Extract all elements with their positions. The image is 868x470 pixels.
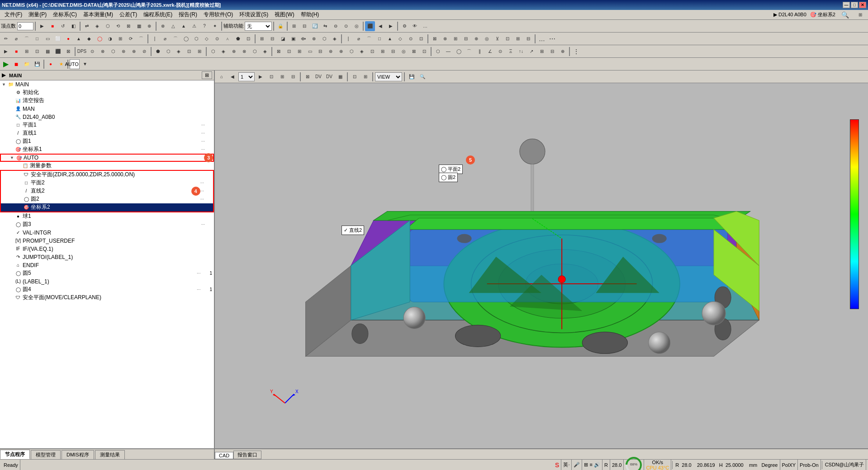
tree-item[interactable]: ◯圆1··· <box>0 137 214 146</box>
tb2-btn11[interactable]: ◑ <box>105 34 115 44</box>
vp-view-select[interactable]: VIEW <box>375 72 402 81</box>
tb3-btn44[interactable]: ⌒ <box>464 47 474 56</box>
tb3-btn7[interactable]: ⊠ <box>63 47 73 56</box>
tb2-btn31[interactable]: ⬡ <box>319 34 329 44</box>
tb3-btn39[interactable]: ⊠ <box>409 47 419 56</box>
tree-item[interactable]: □平面1··· <box>0 121 214 129</box>
tree-item[interactable]: 🎯坐标系1··· <box>0 146 214 154</box>
tree-item[interactable]: /直线1··· <box>0 129 214 137</box>
tb4-btn-stop[interactable]: ■ <box>11 59 21 69</box>
tb3-btn51[interactable]: ⊞ <box>537 47 547 56</box>
vp-btn-data2[interactable]: DV <box>324 72 334 82</box>
tb3-btn38[interactable]: ◎ <box>398 47 408 56</box>
tab-dmis-program[interactable]: DMIS程序 <box>62 450 94 459</box>
tb2-btn40[interactable]: ⊡ <box>416 34 426 44</box>
tb1-btn12[interactable]: ⊗ <box>158 21 168 31</box>
menu-env[interactable]: 环境设置(S) <box>237 10 271 19</box>
tb1-btn2[interactable]: ■ <box>47 21 57 31</box>
tb3-btn8[interactable]: DPS <box>77 47 87 56</box>
tb1-btn14[interactable]: ▲ <box>179 21 189 31</box>
tree-item[interactable]: 🛡安全平面(ZDIR,25.0000,ZDIR,25.0000,ON) <box>1 171 213 179</box>
tb3-btn23[interactable]: ⊗ <box>239 47 249 56</box>
tb1-btn19[interactable]: ⊞ <box>289 21 299 31</box>
tb2-btn49[interactable]: ⊞ <box>513 34 523 44</box>
tb1-btn7[interactable]: ⬡ <box>103 21 113 31</box>
tree-container[interactable]: ▼📁MAIN⚙初始化📊清空报告👤MAN🔧D2L40_A0B0□平面1···/直线… <box>0 80 214 448</box>
vp-btn-rewind[interactable]: ⊟ <box>288 72 298 82</box>
tb1-btn27[interactable]: ◀ <box>375 21 385 31</box>
tb2-btn3[interactable]: ⌒ <box>22 34 32 44</box>
tb3-btn2[interactable]: ■ <box>11 47 21 56</box>
search-button[interactable]: 🔍 <box>839 10 851 19</box>
tree-item[interactable]: 🎯坐标系2 <box>1 203 213 212</box>
tb1-btn5[interactable]: ⇄ <box>82 21 92 31</box>
tb1-btn10[interactable]: ▦ <box>134 21 144 31</box>
tb3-btn6[interactable]: ⬛ <box>53 47 63 56</box>
tb1-btn21[interactable]: 🔄 <box>310 21 320 31</box>
tb1-btn3[interactable]: ↺ <box>58 21 68 31</box>
tb1-btn13[interactable]: △ <box>168 21 178 31</box>
tb3-btn20[interactable]: ⬡ <box>208 47 218 56</box>
tree-item[interactable]: 🛡安全平面(MOVE/CLEARPLANE) <box>0 294 214 302</box>
tb3-btn31[interactable]: ⊛ <box>326 47 336 56</box>
tb3-btn24[interactable]: ⬡ <box>250 47 260 56</box>
tb2-btn15[interactable]: | <box>150 34 160 44</box>
tb1-btn11[interactable]: ⊕ <box>144 21 154 31</box>
tb4-btn-play[interactable]: ▶ <box>1 59 11 69</box>
tb4-btn-save[interactable]: 💾 <box>32 59 42 69</box>
tb3-btn5[interactable]: ▦ <box>43 47 52 56</box>
tree-item[interactable]: ✓VAL-INTGR <box>0 229 214 237</box>
tb1-btn30[interactable]: 👁 <box>410 21 420 31</box>
tb2-btn43[interactable]: ⊞ <box>451 34 460 44</box>
tb3-btn47[interactable]: ⊙ <box>495 47 505 56</box>
tb3-btn16[interactable]: ⬡ <box>163 47 173 56</box>
vp-btn-save-view[interactable]: 💾 <box>407 72 417 82</box>
tb2-btn18[interactable]: ◯ <box>181 34 191 44</box>
tb4-btn-red-dot[interactable]: ● <box>46 59 56 69</box>
menu-report[interactable]: 报告(R) <box>176 10 200 19</box>
tb2-btn39[interactable]: ⊙ <box>406 34 416 44</box>
tb3-btn34[interactable]: ◈ <box>357 47 367 56</box>
tb2-btn14[interactable]: ⌒ <box>136 34 146 44</box>
tb3-btn33[interactable]: ⬡ <box>346 47 356 56</box>
tb2-btn16[interactable]: ⌀ <box>160 34 170 44</box>
tb2-btn17[interactable]: ⌒ <box>171 34 180 44</box>
tb2-btn41[interactable]: ⊠ <box>430 34 440 44</box>
vp-btn-home[interactable]: ⌂ <box>217 72 227 82</box>
vp-btn-left[interactable]: ◀ <box>228 72 237 82</box>
tree-item[interactable]: ▼📁MAIN <box>0 80 214 89</box>
tb2-btn28[interactable]: ▣ <box>288 34 298 44</box>
menu-tolerance[interactable]: 公差(T) <box>117 10 140 19</box>
menu-measure[interactable]: 测量(P) <box>26 10 49 19</box>
tb3-btn35[interactable]: ⊡ <box>367 47 377 56</box>
tree-item[interactable]: /直线24··· <box>1 187 213 195</box>
panel-expand-btn[interactable]: ⊞ <box>202 71 212 79</box>
menu-prog-system[interactable]: 编程系统(E) <box>141 10 175 19</box>
tb2-btn1[interactable]: ✏ <box>1 34 11 44</box>
tree-item[interactable]: ▼🎯AUTO3 <box>0 154 214 162</box>
menu-view[interactable]: 视图(W) <box>272 10 297 19</box>
tb2-btn46[interactable]: ◎ <box>482 34 492 44</box>
tb2-btn4[interactable]: □ <box>32 34 42 44</box>
tb3-btn46[interactable]: ∠ <box>485 47 495 56</box>
tb3-btn13[interactable]: ⊕ <box>129 47 139 56</box>
tb2-btn10[interactable]: ◯ <box>95 34 104 44</box>
tb2-btn12[interactable]: ⊞ <box>115 34 125 44</box>
tb2-btn45[interactable]: ⊕ <box>471 34 481 44</box>
maximize-button[interactable]: □ <box>851 2 858 8</box>
tree-item[interactable]: IFIF/(VA.EQ.1) <box>0 245 214 253</box>
tb1-btn1[interactable]: ▶ <box>37 21 47 31</box>
tb3-btn3[interactable]: ⊞ <box>22 47 32 56</box>
tb2-btn35[interactable]: ⌒ <box>364 34 374 44</box>
tb3-btn36[interactable]: ⊞ <box>378 47 388 56</box>
vp-btn-data[interactable]: DV <box>313 72 323 82</box>
tb3-btn29[interactable]: ▭ <box>305 47 315 56</box>
tb1-btn22[interactable]: ⇆ <box>320 21 330 31</box>
tb2-btn19[interactable]: ⬡ <box>191 34 201 44</box>
menu-help[interactable]: 帮助(H) <box>298 10 322 19</box>
tb2-btn6[interactable]: ⬜ <box>53 34 63 44</box>
tb2-btn21[interactable]: ⊙ <box>212 34 222 44</box>
menu-coord[interactable]: 坐标系(C) <box>50 10 80 19</box>
tab-model-manage[interactable]: 模型管理 <box>31 450 61 459</box>
tb1-btn4[interactable]: ◧ <box>68 21 78 31</box>
